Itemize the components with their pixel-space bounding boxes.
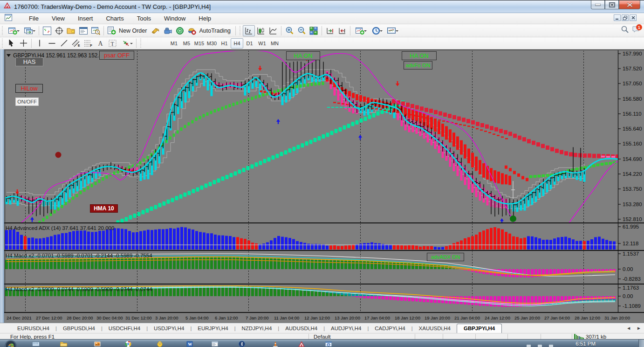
action-center-tray-icon[interactable] <box>548 342 554 347</box>
menu-charts[interactable]: Charts <box>99 13 130 24</box>
text-label-tool[interactable]: T <box>106 38 118 49</box>
search-icon[interactable] <box>621 25 629 35</box>
notification-badge[interactable]: 1 <box>632 25 641 35</box>
metaeditor-button[interactable] <box>150 25 162 36</box>
horizontal-line-tool[interactable] <box>46 38 58 49</box>
chart-label-advadx[interactable]: advADX ON <box>427 253 464 261</box>
signals-button[interactable] <box>174 25 186 36</box>
auto-scroll-button[interactable] <box>324 25 336 36</box>
chart-label-psar[interactable]: psar OFF <box>99 51 134 60</box>
mdi-minimize-button[interactable] <box>614 14 621 21</box>
chart-label-hilow[interactable]: HiLow <box>15 84 43 93</box>
new-order-label[interactable]: New Order <box>119 28 147 34</box>
fibonacci-tool[interactable]: F <box>82 38 94 49</box>
vertical-line-tool[interactable] <box>34 38 46 49</box>
show-desktop-button[interactable] <box>638 340 644 347</box>
timeframe-m5[interactable]: M5 <box>180 39 193 48</box>
timeframe-h1[interactable]: H1 <box>218 39 231 48</box>
tabs-scroll-left-icon[interactable]: ◄ <box>626 326 631 331</box>
crosshair-tool[interactable] <box>17 38 29 49</box>
window-maximize-button[interactable] <box>605 0 619 9</box>
chart-document-icon[interactable] <box>5 14 12 23</box>
taskbar-clock[interactable]: 6:51 PM <box>575 341 596 347</box>
autotrading-icon[interactable] <box>186 25 198 36</box>
menu-insert[interactable]: Insert <box>71 13 100 24</box>
terminal-button[interactable] <box>77 25 89 36</box>
timeframe-m30[interactable]: M30 <box>206 39 218 48</box>
autotrading-label[interactable]: AutoTrading <box>199 28 231 34</box>
keyboard-taskbar-icon[interactable] <box>31 340 41 347</box>
start-button[interactable] <box>4 340 18 347</box>
timeframe-m1[interactable]: M1 <box>168 39 180 48</box>
equidistant-channel-tool[interactable]: E <box>70 38 82 49</box>
timeframe-h4[interactable]: H4 <box>231 38 243 49</box>
window-close-button[interactable] <box>619 0 640 9</box>
symbol-tab-usdchfi[interactable]: USDCHFi,H4 <box>103 324 146 333</box>
menu-file[interactable]: File <box>22 13 45 24</box>
new-chart-button[interactable] <box>5 25 21 36</box>
chart-shift-button[interactable] <box>336 25 348 36</box>
image-viewer-taskbar-icon[interactable] <box>92 340 103 347</box>
symbol-tab-cadjpyi[interactable]: CADJPYi,H4 <box>369 324 411 333</box>
volume-tray-icon[interactable] <box>526 342 532 347</box>
toolbar-grip2[interactable] <box>1 39 4 48</box>
symbol-tab-nzdjpyi[interactable]: NZDJPYi,H4 <box>236 324 278 333</box>
menu-help[interactable]: Help <box>192 13 218 24</box>
new-order-icon[interactable] <box>106 25 118 36</box>
symbol-tab-audusdi[interactable]: AUDUSDi,H4 <box>279 324 323 333</box>
cursor-tool[interactable] <box>5 38 17 49</box>
strategy-tester-button[interactable] <box>89 25 102 36</box>
chart-label-haon1[interactable]: HA ON <box>286 51 320 60</box>
symbol-tab-eurjpyi[interactable]: EURJPYi,H4 <box>192 324 234 333</box>
toolbar-grip[interactable] <box>1 26 4 35</box>
zoom-out-button[interactable] <box>295 25 308 36</box>
chart-candles-button[interactable] <box>255 25 267 36</box>
tabs-scroll-right-icon[interactable]: ► <box>637 326 641 331</box>
trendline-tool[interactable] <box>58 38 70 49</box>
zoom-in-button[interactable] <box>283 25 295 36</box>
symbol-tab-eurusdi[interactable]: EURUSDi,H4 <box>11 324 55 333</box>
vlc-taskbar-icon[interactable] <box>270 340 281 347</box>
timeframe-d1[interactable]: D1 <box>243 39 256 48</box>
menu-tools[interactable]: Tools <box>130 13 158 24</box>
menu-view[interactable]: View <box>45 13 71 24</box>
indicators-button[interactable] <box>352 25 368 36</box>
symbol-tab-xauusdi[interactable]: XAUUSDi,H4 <box>413 324 457 333</box>
symbol-tab-audjpyi[interactable]: AUDJPYi,H4 <box>325 324 367 333</box>
periods-button[interactable] <box>368 25 384 36</box>
chart-window[interactable]: 157.990157.520157.050156.580156.110155.6… <box>0 49 644 323</box>
templates-button[interactable] <box>384 25 400 36</box>
expert-advisors-button[interactable] <box>162 25 174 36</box>
internet-explorer-taskbar-icon[interactable] <box>323 340 334 347</box>
folder-taskbar-icon[interactable] <box>59 340 69 347</box>
data-window-button[interactable] <box>53 25 65 36</box>
messenger-taskbar-icon[interactable] <box>155 340 165 347</box>
menu-window[interactable]: Window <box>158 13 192 24</box>
chart-label-onoff[interactable]: ON/OFF <box>15 97 39 106</box>
word-taskbar-icon[interactable]: W <box>185 340 195 347</box>
mdi-restore-button[interactable] <box>622 14 629 21</box>
window-minimize-button[interactable] <box>591 0 605 9</box>
chart-bars-button[interactable] <box>243 25 255 36</box>
chart-label-hma10[interactable]: HMA 10 <box>90 204 118 213</box>
bluetooth-taskbar-icon[interactable] <box>237 340 247 347</box>
mdi-close-button[interactable] <box>630 14 637 21</box>
chart-line-button[interactable] <box>267 25 279 36</box>
navigator-button[interactable] <box>65 25 77 36</box>
arrows-tool[interactable] <box>118 38 134 49</box>
text-tool[interactable]: A <box>94 38 106 49</box>
timeframe-w1[interactable]: W1 <box>256 39 268 48</box>
network-tray-icon[interactable] <box>537 342 543 347</box>
app-window-taskbar-icon[interactable] <box>210 340 220 347</box>
price-chart[interactable]: 157.990157.520157.050156.580156.110155.6… <box>0 49 644 323</box>
symbol-tab-gbpjpyi[interactable]: GBPJPYi,H4 <box>457 324 502 333</box>
chart-label-advfo[interactable]: advFo ON <box>404 61 432 69</box>
metatrader-taskbar-icon[interactable] <box>296 340 307 347</box>
timeframe-m15[interactable]: M15 <box>193 39 206 48</box>
tile-windows-button[interactable] <box>308 25 320 36</box>
timeframe-mn[interactable]: MN <box>268 39 281 48</box>
market-watch-button[interactable] <box>41 25 53 36</box>
open-profile-button[interactable] <box>21 25 37 36</box>
chart-label-has[interactable]: HAS <box>15 57 43 66</box>
chrome-taskbar-icon[interactable] <box>123 340 133 347</box>
